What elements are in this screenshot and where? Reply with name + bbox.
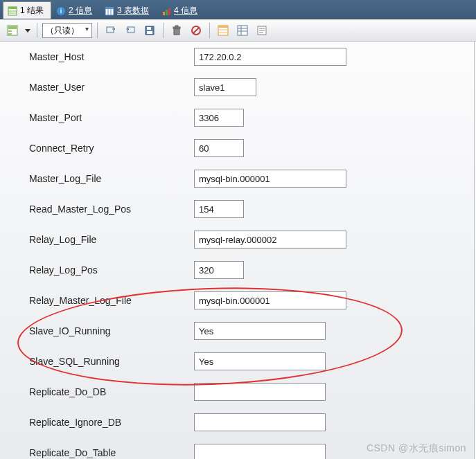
field-label: Master_Host [0,51,194,62]
field-label: Replicate_Do_DB [0,386,194,397]
svg-rect-12 [168,8,170,15]
field-label: Replicate_Ignore_DB [0,417,194,428]
svg-rect-15 [8,30,12,32]
field-label: Relay_Log_File [0,234,194,245]
svg-rect-22 [147,31,152,34]
separator [97,23,98,38]
tab-label: 2 信息 [69,5,92,17]
field-label: Connect_Retry [0,143,194,154]
tab-info-1[interactable]: i 2 信息 [51,1,100,19]
svg-marker-17 [25,29,30,33]
field-label: Relay_Master_Log_File [0,295,194,306]
field-input[interactable] [194,48,346,66]
field-row: Connect_Retry [0,133,474,163]
form-view-button[interactable] [4,22,21,39]
toolbar: （只读） [0,19,476,42]
field-label: Replicate_Do_Table [0,447,194,458]
field-input[interactable] [194,322,326,340]
field-row: Slave_SQL_Running [0,346,474,377]
field-label: Master_Port [0,112,194,123]
field-input[interactable] [194,413,326,431]
svg-rect-10 [163,12,165,15]
svg-rect-11 [166,10,168,15]
tab-result[interactable]: 1 结果 [3,1,51,19]
field-row: Slave_IO_Running [0,316,474,346]
separator [209,23,210,38]
field-label: Master_Log_File [0,173,194,184]
field-input[interactable] [194,444,326,459]
mode-select[interactable]: （只读） [42,23,92,38]
field-input[interactable] [194,200,244,218]
field-row: Replicate_Do_Table [0,438,474,459]
field-row: Master_User [0,72,474,102]
svg-rect-14 [8,26,17,29]
field-row: Relay_Log_Pos [0,255,474,285]
field-label: Slave_IO_Running [0,325,194,336]
svg-rect-32 [238,26,247,35]
svg-rect-29 [218,26,228,28]
svg-rect-16 [8,33,12,35]
chart-orange-icon [161,6,171,16]
field-label: Master_User [0,82,194,93]
grid-green-icon [8,6,17,16]
field-input[interactable] [194,78,256,96]
cancel-button[interactable] [188,22,204,39]
tab-bar: 1 结果 i 2 信息 3 表数据 4 信息 [0,0,476,19]
svg-line-27 [193,28,199,33]
field-row: Relay_Log_File [0,224,474,255]
field-row: Master_Host [0,42,474,72]
field-input[interactable] [194,109,244,127]
field-input[interactable] [194,383,326,401]
field-row: Replicate_Ignore_DB [0,407,474,438]
form-view-2-button[interactable] [234,22,251,39]
content-area[interactable]: Master_HostMaster_UserMaster_PortConnect… [0,42,475,459]
svg-text:i: i [60,8,62,15]
field-row: Replicate_Do_DB [0,377,474,407]
tab-label: 4 信息 [174,5,197,17]
svg-rect-21 [147,27,151,30]
field-input[interactable] [194,291,346,309]
text-view-button[interactable] [254,22,270,39]
separator [37,23,37,38]
delete-button[interactable] [168,22,185,39]
tab-label: 1 结果 [20,5,44,17]
import-button[interactable] [122,22,139,39]
svg-rect-18 [107,27,114,33]
field-label: Relay_Log_Pos [0,264,194,276]
field-row: Relay_Master_Log_File [0,285,474,316]
svg-rect-1 [8,7,17,9]
dropdown-button[interactable] [24,22,32,39]
table-blue-icon [105,6,114,16]
field-row: Read_Master_Log_Pos [0,194,474,224]
field-label: Read_Master_Log_Pos [0,204,194,215]
field-label: Slave_SQL_Running [0,356,194,367]
svg-rect-25 [175,26,178,27]
separator [163,23,164,38]
info-blue-icon: i [56,6,66,16]
svg-rect-23 [174,28,179,35]
export-button[interactable] [103,22,119,39]
field-input[interactable] [194,170,346,188]
field-row: Master_Log_File [0,163,474,194]
svg-rect-7 [105,7,114,9]
field-input[interactable] [194,139,244,157]
tab-info-2[interactable]: 4 信息 [157,1,205,19]
tab-tabledata[interactable]: 3 表数据 [100,1,157,19]
field-input[interactable] [194,231,346,249]
grid-view-button[interactable] [215,22,231,39]
field-input[interactable] [194,352,326,370]
tab-label: 3 表数据 [117,5,149,17]
field-row: Master_Port [0,102,474,133]
field-input[interactable] [194,261,244,279]
save-button[interactable] [141,22,158,39]
